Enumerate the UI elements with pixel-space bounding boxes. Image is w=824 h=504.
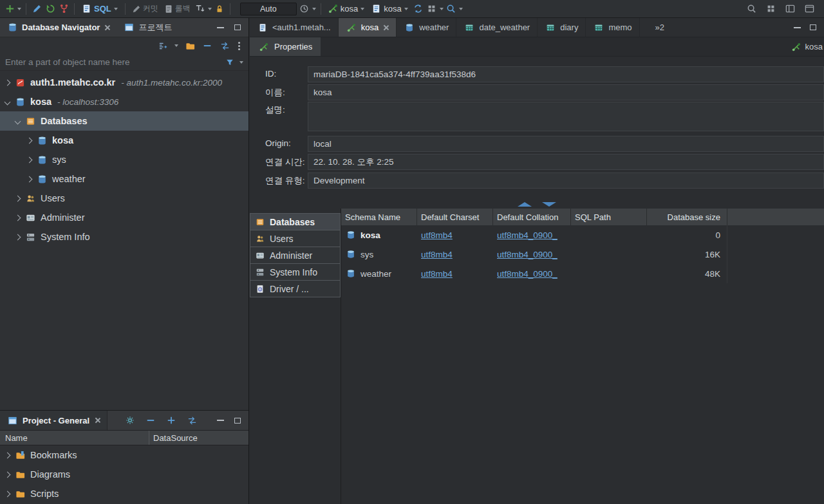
- tree-item-selected[interactable]: Databases: [0, 111, 248, 131]
- gear-icon[interactable]: [124, 415, 136, 426]
- tree-item[interactable]: System Info: [0, 227, 248, 247]
- minimize-icon[interactable]: [794, 27, 801, 28]
- project-row-scripts[interactable]: Scripts: [0, 484, 248, 503]
- section-users[interactable]: Users: [250, 230, 341, 247]
- description-field[interactable]: [308, 102, 824, 131]
- filter-caret[interactable]: [239, 61, 243, 64]
- database-caret[interactable]: [404, 8, 408, 10]
- grid-options-icon[interactable]: [426, 3, 438, 15]
- name-field[interactable]: [308, 84, 824, 100]
- close-icon[interactable]: [382, 24, 389, 31]
- column-database-size[interactable]: Database size: [647, 209, 727, 225]
- tab-weather[interactable]: weather: [397, 18, 456, 37]
- tab-projects[interactable]: 프로젝트: [117, 18, 178, 37]
- transaction-caret[interactable]: [208, 8, 212, 10]
- tab-memo[interactable]: memo: [586, 18, 639, 37]
- tree-item[interactable]: auth1.metahc.co.kr - auth1.metahc.co.kr:…: [0, 73, 248, 92]
- connect-time-field[interactable]: [308, 154, 824, 170]
- connection-selector[interactable]: kosa: [326, 4, 367, 14]
- table-row[interactable]: weather utf8mb4 utf8mb4_0900_ 48K: [341, 264, 824, 283]
- quick-access-icon[interactable]: [765, 3, 776, 15]
- id-field[interactable]: [308, 66, 824, 82]
- maximize-icon[interactable]: [234, 24, 241, 30]
- find-object-caret[interactable]: [459, 8, 463, 10]
- database-selector[interactable]: kosa: [369, 4, 410, 14]
- new-sql-editor-icon[interactable]: [31, 3, 42, 15]
- charset-link[interactable]: utf8mb4: [421, 250, 453, 259]
- filter-funnel-icon[interactable]: [224, 57, 236, 68]
- column-name[interactable]: Name: [0, 431, 149, 445]
- tree-item[interactable]: kosa - localhost:3306: [0, 92, 248, 111]
- folder-icon[interactable]: [184, 40, 196, 51]
- column-default-collation[interactable]: Default Collation: [493, 209, 571, 225]
- origin-field[interactable]: [308, 136, 824, 152]
- link-with-editor-icon[interactable]: [186, 415, 198, 426]
- search-icon[interactable]: [745, 3, 757, 15]
- refresh-icon[interactable]: [44, 3, 56, 15]
- expander-icon[interactable]: [5, 471, 11, 478]
- section-databases[interactable]: Databases: [250, 213, 341, 230]
- tab-project-general[interactable]: Project - General: [0, 411, 108, 430]
- open-sql-console-button[interactable]: SQL: [79, 4, 120, 14]
- lock-icon[interactable]: [214, 3, 225, 15]
- expander-icon[interactable]: [5, 490, 11, 497]
- collation-link[interactable]: utf8mb4_0900_: [497, 230, 557, 240]
- sql-caret[interactable]: [114, 8, 118, 10]
- expander-icon[interactable]: [15, 118, 21, 124]
- collapse-up-icon[interactable]: [518, 202, 532, 207]
- find-object-icon[interactable]: [445, 3, 457, 15]
- collation-link[interactable]: utf8mb4_0900_: [497, 250, 557, 259]
- project-row-diagrams[interactable]: Diagrams: [0, 465, 248, 484]
- tab-database-navigator[interactable]: Database Navigator: [0, 18, 117, 37]
- collation-link[interactable]: utf8mb4_0900_: [497, 269, 557, 279]
- column-schema-name[interactable]: Schema Name: [341, 209, 417, 225]
- charset-link[interactable]: utf8mb4: [421, 230, 453, 240]
- tab-kosa[interactable]: kosa: [339, 18, 397, 37]
- connection-type-field[interactable]: [308, 173, 824, 189]
- grid-options-caret[interactable]: [440, 8, 444, 10]
- expander-icon[interactable]: [26, 156, 33, 163]
- collapse-down-icon[interactable]: [542, 202, 556, 207]
- link-with-editor-icon[interactable]: [219, 40, 230, 51]
- perspective-icon[interactable]: [803, 3, 815, 15]
- expander-icon[interactable]: [26, 137, 33, 144]
- tab-date-weather[interactable]: date_weather: [456, 18, 538, 37]
- object-filter-input[interactable]: [5, 57, 220, 67]
- expander-icon[interactable]: [15, 214, 21, 221]
- expander-icon[interactable]: [15, 234, 21, 240]
- new-connection-button[interactable]: [4, 3, 15, 15]
- column-sql-path[interactable]: SQL Path: [571, 209, 647, 225]
- collapse-node-icon[interactable]: [145, 415, 156, 426]
- expander-icon[interactable]: [5, 98, 11, 105]
- close-icon[interactable]: [104, 24, 110, 31]
- close-icon[interactable]: [94, 417, 100, 424]
- column-default-charset[interactable]: Default Charset: [417, 209, 493, 225]
- collapse-all-icon[interactable]: [157, 40, 169, 51]
- column-datasource[interactable]: DataSource: [149, 433, 198, 443]
- tree-item[interactable]: Administer: [0, 208, 248, 227]
- transaction-log-icon[interactable]: [194, 3, 206, 15]
- tab-sql-script[interactable]: <auth1.metah...: [250, 18, 339, 37]
- minimize-icon[interactable]: [217, 420, 224, 421]
- expander-icon[interactable]: [15, 195, 21, 201]
- clock-caret[interactable]: [312, 8, 316, 10]
- task-fork-icon[interactable]: [58, 3, 70, 15]
- maximize-icon[interactable]: [810, 24, 816, 30]
- tree-item[interactable]: kosa: [0, 131, 248, 150]
- section-administer[interactable]: Administer: [250, 247, 341, 264]
- charset-link[interactable]: utf8mb4: [421, 269, 453, 279]
- tree-item[interactable]: Users: [0, 189, 248, 208]
- collapse-node-icon[interactable]: [201, 40, 213, 51]
- minimize-icon[interactable]: [217, 27, 224, 28]
- table-row[interactable]: sys utf8mb4 utf8mb4_0900_ 16K: [341, 245, 824, 264]
- hidden-tabs-indicator[interactable]: »2: [650, 18, 670, 37]
- clock-icon[interactable]: [299, 3, 310, 15]
- rollback-button[interactable]: 롤백: [162, 3, 192, 14]
- commit-button[interactable]: 커밋: [130, 3, 160, 14]
- expand-node-icon[interactable]: [165, 415, 177, 426]
- tab-diary[interactable]: diary: [538, 18, 586, 37]
- expander-icon[interactable]: [5, 79, 11, 86]
- expander-icon[interactable]: [5, 452, 11, 458]
- panel-sash[interactable]: [250, 200, 824, 209]
- commit-mode-selector[interactable]: Auto: [240, 3, 297, 15]
